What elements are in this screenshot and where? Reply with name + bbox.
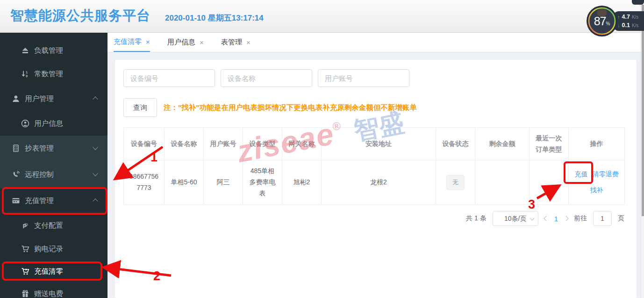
cell-gateway-name: 旭彬2 [282,160,322,205]
chevron-down-icon [93,145,98,150]
app-header: 智慧能源公共服务平台 2020-01-10 星期五13:17:14 [0,0,644,33]
svg-text:9: 9 [26,74,28,78]
corner-widget [632,0,644,5]
upload-unit: K/s [632,15,638,20]
close-icon[interactable]: × [246,38,250,46]
tab-label: 充值清零 [114,37,142,46]
gift-icon [21,290,29,298]
current-page[interactable]: 1 [554,215,558,223]
sidebar-item-label: 远程控制 [25,170,54,180]
upload-speed: 4.7 [622,14,630,20]
chevron-up-icon [93,96,98,102]
download-unit: K/s [632,23,638,28]
sidebar-item-remote-control[interactable]: 远程控制 [0,163,107,186]
tab-recharge-reset[interactable]: 充值清零 × [114,33,150,52]
close-icon[interactable]: × [200,38,204,46]
memory-gauge-widget[interactable]: 87 % [586,5,618,37]
cell-device-type: 485单相多费率电表 [243,160,282,205]
prev-page-icon[interactable] [544,216,549,221]
sidebar-item-recharge-reset[interactable]: 充值清零 [0,260,107,283]
credit-card-icon [12,196,20,205]
chevron-down-icon [530,216,534,221]
goto-page-input[interactable] [593,211,612,226]
col-balance: 剩余金额 [475,128,530,160]
sidebar-item-label: 用户管理 [25,94,54,104]
main-content: 查询 注："找补"功能是在用户电表损坏情况下更换电表补充原剩余金额但不新增账单 … [107,52,641,298]
eject-icon [21,46,29,55]
page-size-value: 10条/页 [504,215,526,222]
sidebar-item-recharge-management[interactable]: 充值管理 [0,189,107,212]
user-icon [12,94,20,103]
sidebar-item-label: 购电记录 [34,244,63,254]
chevron-up-icon [93,198,98,204]
sidebar-item-constant-management[interactable]: 19 常数管理 [0,62,107,86]
sidebar-item-label: 支付配置 [34,221,63,231]
remote-control-icon [12,170,20,179]
cell-device-status: 无 [436,160,475,205]
sidebar-item-label: 常数管理 [34,69,63,79]
chevron-down-icon [93,171,98,176]
tab-meter-management[interactable]: 表管理 × [221,33,250,52]
scrollbar-thumb[interactable] [642,5,644,216]
sidebar-item-gift-electricity[interactable]: 赠送电费 [0,282,107,298]
sidebar-item-label: 负载管理 [34,46,63,56]
cell-device-number: 886677567773 [124,160,165,205]
goto-label: 前往 [574,214,587,223]
sidebar-item-user-info[interactable]: 用户信息 [0,112,107,135]
tab-label: 表管理 [221,38,242,47]
svg-text:P: P [23,223,27,230]
col-user-account: 用户账号 [204,128,243,160]
col-device-status: 设备状态 [436,128,475,160]
total-count: 共 1 条 [466,214,487,223]
col-actions: 操作 [569,128,625,160]
cell-last-order-type [530,160,569,205]
sidebar-item-label: 赠送电费 [34,289,63,298]
application-window: 智慧能源公共服务平台 2020-01-10 星期五13:17:14 负载管理 1… [0,0,644,298]
gauge-percent: 87 [594,15,606,28]
device-number-input[interactable] [123,69,215,87]
sidebar-item-payment-config[interactable]: PP 支付配置 [0,214,107,237]
sidebar-item-label: 用户信息 [34,119,63,129]
sidebar-item-meter-reading[interactable]: 抄表管理 [0,137,107,160]
cart-clear-icon [21,267,29,276]
table-header-row: 设备编号 设备名称 用户账号 设备类型 网关名称 安装地址 设备状态 剩余金额 … [124,128,625,160]
sidebar-item-user-management[interactable]: 用户管理 [0,87,107,110]
col-gateway-name: 网关名称 [282,128,322,160]
vertical-scrollbar[interactable] [641,0,644,298]
pagination: 共 1 条 10条/页 1 前往 页 [466,211,624,226]
download-speed: 0.1 [622,22,630,29]
gauge-percent-sign: % [606,21,610,26]
content-card: 查询 注："找补"功能是在用户电表损坏情况下更换电表补充原剩余金额但不新增账单 … [115,60,637,298]
cell-user-account: 阿三 [204,160,243,205]
sort-numeric-icon: 19 [21,70,29,78]
close-icon[interactable]: × [146,38,150,46]
header-datetime: 2020-01-10 星期五13:17:14 [165,13,264,23]
tab-user-info[interactable]: 用户信息 × [167,33,204,52]
col-last-order-type: 最近一次订单类型 [530,128,569,160]
col-install-address: 安装地址 [322,128,436,160]
cell-install-address: 龙根2 [322,160,436,205]
payment-icon: PP [21,221,29,230]
query-button[interactable]: 查询 [123,98,157,117]
col-device-number: 设备编号 [124,128,165,160]
cart-icon [21,245,29,253]
cell-device-name: 单相5-60 [165,160,204,205]
user-account-input[interactable] [318,69,409,87]
cell-actions: 充值 清零退费 找补 [569,160,625,205]
sidebar-item-purchase-records[interactable]: 购电记录 [0,237,107,261]
sidebar-nav: 负载管理 19 常数管理 用户管理 用户信息 抄表管理 [0,33,107,298]
recharge-link[interactable]: 充值 [575,169,588,180]
status-badge: 无 [446,175,465,190]
device-name-input[interactable] [221,69,312,87]
tab-bar: 充值清零 × 用户信息 × 表管理 × [107,33,641,52]
next-page-icon[interactable] [563,216,568,221]
sidebar-item-label: 充值管理 [25,196,54,206]
compensate-link[interactable]: 找补 [590,185,603,196]
tab-label: 用户信息 [167,38,195,47]
reset-refund-link[interactable]: 清零退费 [593,169,619,180]
page-size-select[interactable]: 10条/页 [493,211,538,226]
app-title: 智慧能源公共服务平台 [10,7,150,25]
meter-icon [12,144,20,153]
col-device-name: 设备名称 [165,128,204,160]
sidebar-item-load-management[interactable]: 负载管理 [0,39,107,62]
